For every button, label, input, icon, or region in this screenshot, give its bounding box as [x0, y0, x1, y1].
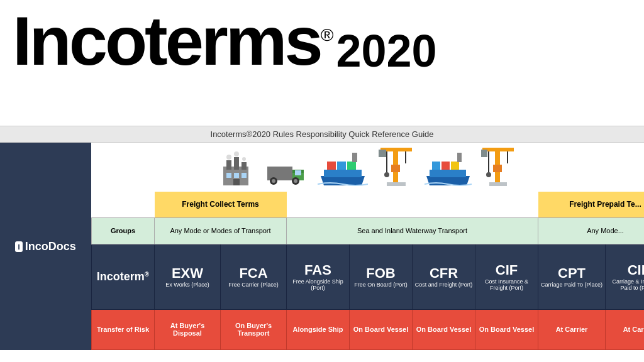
incoterm-label-text: Incoterm — [97, 270, 145, 283]
svg-rect-10 — [233, 179, 240, 185]
incoterm-fas-cell: FAS Free Alongside Ship (Port) — [287, 244, 350, 309]
freight-prepaid-label: Freight Prepaid Te... — [569, 200, 641, 209]
freight-empty-cell — [92, 192, 155, 217]
risk-fob-value: On Board Vessel — [353, 326, 408, 333]
svg-rect-34 — [441, 162, 450, 170]
incoterm-cpt-desc: Carriage Paid To (Place) — [540, 282, 604, 288]
ship-1-illustration — [318, 148, 368, 189]
svg-rect-33 — [432, 162, 440, 170]
groups-any-mode-text: Any Mode or Modes of Transport — [170, 227, 270, 234]
risk-fca-value: On Buyer's Transport — [235, 322, 272, 337]
incoterm-fas-code: FAS — [288, 262, 348, 278]
main-content: i IncoDocs — [0, 143, 644, 350]
freight-empty-mid — [287, 192, 538, 217]
freight-header-row: Freight Collect Terms Freight Prepaid Te… — [92, 192, 645, 217]
incoterm-cfr-cell: CFR Cost and Freight (Port) — [413, 244, 475, 309]
groups-row: Groups Any Mode or Modes of Transport Se… — [92, 217, 645, 244]
crane-2-illustration — [481, 145, 516, 189]
risk-cfr-cell: On Board Vessel — [413, 309, 475, 349]
risk-label-text: Transfer of Risk — [97, 326, 149, 333]
incoterm-exw-code: EXW — [156, 265, 219, 282]
truck-illustration — [264, 157, 308, 189]
incoterm-reg-symbol: ® — [145, 271, 149, 278]
incoterm-cpt-cell: CPT Carriage Paid To (Place) — [538, 244, 606, 309]
svg-rect-36 — [457, 153, 462, 162]
ship-2-illustration — [425, 148, 472, 189]
svg-point-16 — [272, 179, 275, 183]
incoterm-exw-desc: Ex Works (Place) — [156, 282, 219, 288]
illustration-strip — [91, 143, 644, 192]
svg-point-43 — [486, 172, 491, 177]
risk-cip-cell: At Carrier — [606, 309, 645, 349]
svg-rect-44 — [489, 182, 507, 186]
svg-rect-21 — [337, 162, 346, 170]
incoterm-fca-desc: Free Carrier (Place) — [222, 282, 285, 288]
svg-rect-29 — [379, 150, 386, 157]
svg-rect-22 — [347, 162, 356, 170]
incoterm-exw-cell: EXW Ex Works (Place) — [155, 244, 221, 309]
freight-prepaid-cell: Freight Prepaid Te... — [538, 192, 645, 217]
logo-brand: IncoDocs — [25, 240, 76, 253]
svg-rect-42 — [481, 150, 487, 157]
incoterm-fca-cell: FCA Free Carrier (Place) — [221, 244, 287, 309]
svg-point-30 — [384, 172, 389, 177]
risk-cip-value: At Carrier — [623, 326, 644, 333]
groups-label-cell: Groups — [92, 217, 155, 244]
risk-exw-cell: At Buyer's Disposal — [155, 309, 221, 349]
groups-any-mode-right-cell: Any Mode... — [538, 217, 645, 244]
risk-cpt-value: At Carrier — [556, 326, 588, 333]
registered-symbol: ® — [321, 25, 331, 45]
groups-any-mode-cell: Any Mode or Modes of Transport — [155, 217, 287, 244]
risk-cpt-cell: At Carrier — [538, 309, 606, 349]
incoterm-fob-desc: Free On Board (Port) — [351, 282, 411, 288]
incoterm-fob-code: FOB — [351, 265, 411, 282]
crane-illustration — [377, 145, 415, 189]
svg-rect-26 — [391, 165, 400, 172]
incoterm-cif-desc: Cost Insurance & Freight (Port) — [477, 278, 536, 292]
risk-row: Transfer of Risk At Buyer's Disposal On … — [92, 309, 645, 349]
freight-collect-cell: Freight Collect Terms — [155, 192, 287, 217]
table-area: Freight Collect Terms Freight Prepaid Te… — [91, 143, 644, 350]
risk-fas-cell: Alongside Ship — [287, 309, 350, 349]
brand-title-text: Incoterms — [13, 2, 321, 79]
incoterms-table: Freight Collect Terms Freight Prepaid Te… — [91, 192, 644, 350]
groups-label-text: Groups — [111, 227, 135, 234]
svg-rect-1 — [226, 160, 231, 170]
risk-fob-cell: On Board Vessel — [350, 309, 413, 349]
svg-rect-3 — [242, 162, 247, 170]
svg-rect-2 — [234, 157, 239, 170]
risk-cif-value: On Board Vessel — [479, 326, 534, 333]
incoterm-cip-cell: CIP Carriage & Insurance Paid to (Place) — [606, 244, 645, 309]
svg-rect-35 — [451, 162, 459, 170]
svg-rect-31 — [387, 182, 406, 186]
risk-cfr-value: On Board Vessel — [416, 326, 471, 333]
brand-title: Incoterms® — [13, 6, 331, 75]
svg-rect-9 — [242, 173, 247, 178]
svg-point-18 — [294, 179, 297, 183]
incoterm-cip-code: CIP — [607, 262, 644, 278]
incoterm-cip-desc: Carriage & Insurance Paid to (Place) — [607, 278, 644, 292]
subtitle-text: Incoterms®2020 Rules Responsibility Quic… — [211, 129, 434, 139]
incoterm-fob-cell: FOB Free On Board (Port) — [350, 244, 413, 309]
subtitle-bar: Incoterms®2020 Rules Responsibility Quic… — [0, 126, 644, 143]
risk-cif-cell: On Board Vessel — [475, 309, 538, 349]
risk-fca-cell: On Buyer's Transport — [221, 309, 287, 349]
groups-sea-inland-cell: Sea and Inland Waterway Transport — [287, 217, 538, 244]
svg-point-5 — [234, 151, 239, 156]
logo-panel: i IncoDocs — [0, 143, 91, 350]
freight-collect-label: Freight Collect Terms — [182, 200, 258, 209]
svg-rect-23 — [352, 153, 357, 162]
svg-rect-20 — [327, 162, 336, 170]
incoterm-cpt-code: CPT — [540, 265, 604, 282]
svg-point-6 — [242, 157, 246, 161]
incoterm-fas-desc: Free Alongside Ship (Port) — [288, 278, 348, 292]
incoterm-label-cell: Incoterm® — [92, 244, 155, 309]
svg-rect-14 — [295, 170, 301, 175]
svg-rect-8 — [234, 173, 239, 178]
incoterm-cfr-desc: Cost and Freight (Port) — [414, 282, 474, 288]
svg-rect-39 — [493, 165, 502, 172]
incoterm-cfr-code: CFR — [414, 265, 474, 282]
incoterm-cif-code: CIF — [477, 262, 536, 278]
groups-sea-inland-text: Sea and Inland Waterway Transport — [357, 227, 467, 234]
risk-exw-value: At Buyer's Disposal — [170, 322, 205, 337]
